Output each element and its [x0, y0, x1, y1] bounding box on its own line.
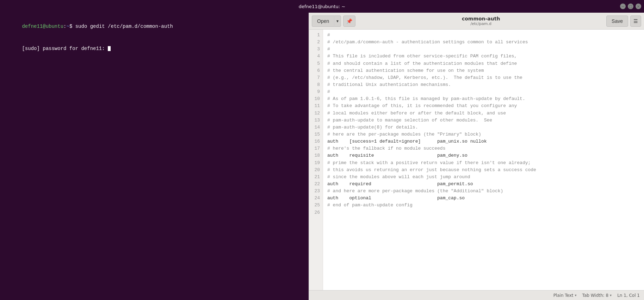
maximize-button[interactable]: □: [628, 4, 633, 9]
code-line: # (e.g., /etc/shadow, LDAP, Kerberos, et…: [327, 74, 640, 81]
code-editor[interactable]: ## /etc/pam.d/common-auth - authenticati…: [323, 30, 644, 290]
main-area: defne11@ubuntu:~$ sudo gedit /etc/pam.d/…: [0, 13, 644, 300]
language-selector[interactable]: Plain Text ▾: [553, 293, 577, 298]
language-label: Plain Text: [553, 293, 574, 298]
comment-span: # since the modules above will each just…: [327, 174, 470, 180]
code-line: # and here are more per-package modules …: [327, 188, 640, 195]
cursor-position: Ln 1, Col 1: [617, 293, 640, 298]
hamburger-icon: ☰: [633, 18, 638, 24]
terminal-cursor: [108, 46, 111, 51]
line-number: 21: [312, 174, 320, 181]
code-line: auth [success=1 default=ignore] pam_unix…: [327, 138, 640, 145]
code-line: auth requisite pam_deny.so: [327, 152, 640, 159]
open-dropdown-button[interactable]: ▾: [334, 15, 341, 27]
comment-span: #: [327, 89, 330, 94]
language-chevron-icon: ▾: [575, 293, 577, 297]
code-line: # this avoids us returning an error just…: [327, 167, 640, 174]
comment-span: # prime the stack with a positive return…: [327, 160, 531, 165]
terminal-pane[interactable]: defne11@ubuntu:~$ sudo gedit /etc/pam.d/…: [0, 13, 309, 300]
code-line: # pam-auth-update to manage selection of…: [327, 117, 640, 124]
line-number: 18: [312, 152, 320, 159]
comment-span: # This file is included from other servi…: [327, 54, 517, 59]
line-number: 6: [312, 67, 320, 74]
comment-span: # (e.g., /etc/shadow, LDAP, Kerberos, et…: [327, 75, 522, 80]
comment-span: # end of pam-auth-update config: [327, 202, 413, 208]
line-number: 3: [312, 46, 320, 53]
code-line: auth required pam_permit.so: [327, 181, 640, 188]
cursor-pos-label: Ln 1, Col 1: [617, 293, 640, 298]
comment-span: # traditional Unix authentication mechan…: [327, 82, 451, 87]
line-number: 2: [312, 39, 320, 46]
tab-width-selector[interactable]: Tab Width: 8 ▾: [582, 293, 612, 298]
code-line: auth optional pam_cap.so: [327, 195, 640, 202]
window-titlebar: defne11@ubuntu: ~ ─ □ ✕: [0, 0, 644, 13]
line-number: 13: [312, 117, 320, 124]
comment-span: # and here are more per-package modules …: [327, 188, 503, 194]
pin-icon: 📌: [346, 18, 352, 24]
line-number: 5: [312, 60, 320, 67]
terminal-command-1: sudo gedit /etc/pam.d/common-auth: [75, 24, 173, 29]
code-line: # here's the fallback if no module succe…: [327, 145, 640, 152]
comment-span: # this avoids us returning an error just…: [327, 167, 536, 173]
pin-button[interactable]: 📌: [343, 15, 355, 27]
comment-span: # pam-auth-update to manage selection of…: [327, 118, 492, 123]
code-line: # local modules either before or after t…: [327, 110, 640, 117]
line-number: 10: [312, 95, 320, 102]
line-number: 26: [312, 209, 320, 216]
code-line: # here are the per-package modules (the …: [327, 131, 640, 138]
comment-span: #: [327, 32, 330, 38]
window-controls: ─ □ ✕: [620, 4, 641, 9]
gedit-filepath: /etc/pam.d: [470, 21, 491, 26]
terminal-sudo-prompt: [sudo] password for defne11:: [22, 46, 108, 51]
minimize-button[interactable]: ─: [620, 4, 626, 9]
chevron-down-icon: ▾: [336, 19, 339, 24]
code-line: # This file is included from other servi…: [327, 53, 640, 60]
code-line: # and should contain a list of the authe…: [327, 60, 640, 67]
comment-span: # here's the fallback if no module succe…: [327, 146, 445, 151]
code-line: #: [327, 46, 640, 53]
open-button[interactable]: Open: [312, 15, 334, 27]
line-number: 24: [312, 195, 320, 202]
comment-span: # and should contain a list of the authe…: [327, 61, 517, 66]
terminal-line-1: defne11@ubuntu:~$ sudo gedit /etc/pam.d/…: [4, 15, 304, 38]
terminal-line-2: [sudo] password for defne11:: [4, 38, 304, 60]
hamburger-menu-button[interactable]: ☰: [630, 15, 641, 27]
code-line: # traditional Unix authentication mechan…: [327, 81, 640, 88]
open-button-group: Open ▾: [312, 15, 341, 27]
line-number: 25: [312, 202, 320, 209]
line-number: 19: [312, 160, 320, 167]
line-numbers: 1234567891011121314151617181920212223242…: [309, 30, 323, 290]
comment-span: # pam-auth-update(8) for details.: [327, 125, 418, 130]
gedit-filename: common-auth: [462, 16, 500, 21]
line-number: 14: [312, 124, 320, 131]
code-line: # end of pam-auth-update config: [327, 202, 640, 209]
gedit-header: Open ▾ 📌 common-auth /etc/pam.d Save ☰: [309, 13, 644, 30]
terminal-dir: ~: [66, 24, 69, 29]
terminal-host: ubuntu: [46, 24, 63, 29]
line-number: 1: [312, 32, 320, 39]
line-number: 17: [312, 145, 320, 152]
line-number: 16: [312, 138, 320, 145]
code-line: #: [327, 88, 640, 95]
terminal-dollar: $: [69, 24, 75, 29]
save-button[interactable]: Save: [606, 15, 628, 27]
window-title: defne11@ubuntu: ~: [299, 4, 345, 9]
tab-width-chevron-icon: ▾: [610, 293, 612, 297]
comment-span: # To take advantage of this, it is recom…: [327, 103, 517, 108]
line-number: 9: [312, 88, 320, 95]
code-line: #: [327, 32, 640, 39]
line-number: 12: [312, 110, 320, 117]
line-number: 8: [312, 81, 320, 88]
code-line: # prime the stack with a positive return…: [327, 160, 640, 167]
tab-width-label: Tab Width: 8: [582, 293, 608, 298]
code-line: # pam-auth-update(8) for details.: [327, 124, 640, 131]
line-number: 23: [312, 188, 320, 195]
code-line: # As of pam 1.0.1-6, this file is manage…: [327, 95, 640, 102]
line-number: 7: [312, 74, 320, 81]
code-line: # To take advantage of this, it is recom…: [327, 102, 640, 110]
line-number: 22: [312, 181, 320, 188]
terminal-user: defne11: [22, 24, 43, 29]
comment-span: # local modules either before or after t…: [327, 111, 506, 116]
comment-span: # /etc/pam.d/common-auth - authenticatio…: [327, 39, 528, 45]
close-button[interactable]: ✕: [636, 4, 641, 9]
